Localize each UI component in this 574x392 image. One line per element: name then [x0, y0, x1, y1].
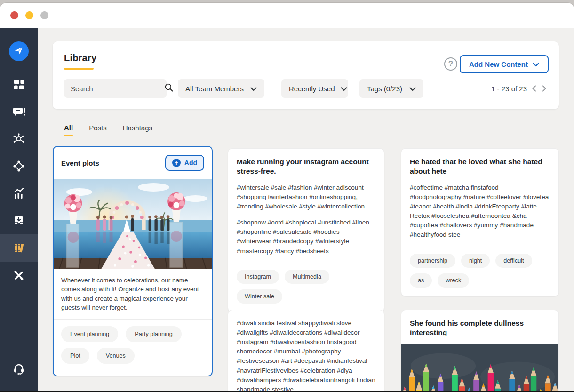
divider [228, 263, 384, 263]
bar-chart-trend-icon [12, 187, 25, 200]
sidebar-item-tools[interactable] [0, 262, 38, 289]
tools-icon [12, 269, 25, 282]
tag-list: partnership night defficult as wreck [410, 254, 550, 288]
search-input[interactable] [71, 85, 164, 93]
card-he-hated[interactable]: He hated that he loved what she hated ab… [401, 148, 559, 296]
add-new-content-label: Add New Content [469, 60, 528, 68]
tag-chip[interactable]: defficult [495, 254, 532, 268]
sidebar-item-analytics[interactable] [0, 180, 38, 207]
diamond-nodes-icon [12, 160, 25, 173]
sidebar-item-support[interactable] [0, 355, 38, 382]
hashtag-paragraph: #shopnow #ootd #shoplocal #unstitched #l… [237, 218, 375, 256]
tags-dropdown-label: Tags (0/23) [367, 85, 404, 93]
tag-list: Instagram Multimedia Winter sale [237, 270, 375, 304]
pencils-image [401, 344, 558, 391]
card-instagram-stress-free[interactable]: Make running your Instagram account stre… [228, 148, 384, 312]
library-books-icon [12, 241, 26, 255]
tag-chip[interactable]: wreck [438, 273, 469, 288]
traffic-lights [10, 11, 48, 19]
plus-icon: + [172, 159, 181, 167]
tag-chip[interactable]: Event planning [61, 326, 118, 342]
tag-chip[interactable]: Plot [61, 348, 89, 364]
library-header-panel: Library ? Add New Content [53, 41, 559, 109]
hashtag-paragraph: #diwali sindia festival shappydiwali slo… [237, 319, 375, 391]
card-diwali-hashtags[interactable]: #diwali sindia festival shappydiwali slo… [228, 310, 384, 391]
window-frame: Library ? Add New Content [0, 3, 574, 392]
chevron-down-icon [341, 85, 347, 93]
search-icon[interactable] [164, 83, 174, 94]
chevron-down-icon [250, 85, 257, 93]
card-description: Whenever it comes to celebrations, our n… [54, 269, 212, 318]
search-field[interactable] [64, 79, 167, 98]
library-tabs: All Posts Hashtags [64, 124, 152, 136]
card-title: He hated that he loved what she hated ab… [410, 157, 550, 176]
tag-chip[interactable]: Venues [97, 348, 135, 364]
chevron-down-icon [409, 85, 416, 93]
tag-chip[interactable]: Winter sale [237, 289, 282, 304]
add-new-content-button[interactable]: Add New Content [460, 55, 549, 73]
card-title: Make running your Instagram account stre… [237, 157, 375, 176]
hashtag-paragraph: #wintersale #sale #fashion #winter adisc… [237, 183, 375, 211]
title-underline [64, 68, 94, 70]
pagination-next-button[interactable] [541, 84, 548, 93]
close-window-button[interactable] [10, 11, 18, 19]
card-dullness[interactable]: She found his complete dullness interest… [401, 310, 559, 391]
card-event-plots[interactable]: Event plots + Add [53, 146, 213, 376]
pagination-prev-button[interactable] [531, 84, 537, 93]
sidebar-item-dashboard[interactable] [0, 71, 38, 98]
sidebar-item-inbox[interactable] [0, 207, 38, 234]
sort-dropdown-label: Recently Used [289, 85, 335, 93]
help-icon[interactable]: ? [444, 57, 457, 71]
minimize-window-button[interactable] [25, 11, 33, 19]
divider [401, 247, 558, 247]
headset-icon [12, 361, 26, 376]
app-window: Library ? Add New Content [0, 0, 574, 392]
tab-posts[interactable]: Posts [89, 124, 107, 136]
tag-chip[interactable]: Party planning [126, 326, 182, 342]
inbox-download-icon [12, 214, 25, 227]
hashtag-paragraph: #coffeetime #matcha finstafood #foodphot… [410, 183, 550, 240]
sort-dropdown[interactable]: Recently Used [281, 79, 348, 98]
library-page: Library ? Add New Content [38, 28, 574, 391]
card-title: She found his complete dullness interest… [410, 319, 550, 338]
pagination: 1 - 23 of 23 [491, 84, 548, 93]
dashboard-grid-icon [13, 78, 25, 91]
network-nodes-icon [12, 132, 25, 145]
chevron-down-icon [533, 60, 539, 68]
app-logo[interactable] [9, 41, 29, 61]
comment-exclamation-icon [12, 105, 25, 118]
add-to-post-button[interactable]: + Add [165, 155, 204, 171]
sidebar-item-library[interactable] [0, 234, 38, 262]
pagination-label: 1 - 23 of 23 [491, 85, 527, 93]
sidebar-item-plan[interactable] [0, 152, 38, 180]
sidebar-item-network[interactable] [0, 125, 38, 152]
tag-chip[interactable]: partnership [410, 254, 455, 268]
tab-all[interactable]: All [64, 124, 73, 136]
sidebar [0, 28, 38, 391]
tab-hashtags[interactable]: Hashtags [123, 124, 152, 136]
card-title: Event plots [61, 159, 99, 167]
beach-wedding-image [54, 179, 212, 269]
team-members-dropdown-label: All Team Members [185, 85, 245, 93]
tag-chip[interactable]: as [410, 273, 432, 288]
paper-plane-icon [14, 45, 24, 57]
tag-chip[interactable]: Multimedia [285, 270, 329, 284]
tag-chip[interactable]: night [461, 254, 490, 268]
tags-dropdown[interactable]: Tags (0/23) [359, 79, 423, 98]
tag-chip[interactable]: Instagram [237, 270, 279, 284]
page-title: Library [64, 53, 96, 64]
tag-list: Event planning Party planning Plot Venue… [54, 320, 212, 370]
sidebar-item-engage[interactable] [0, 98, 38, 125]
window-titlebar [0, 3, 574, 28]
add-button-label: Add [184, 159, 197, 167]
maximize-window-button[interactable] [40, 11, 48, 19]
team-members-dropdown[interactable]: All Team Members [178, 79, 264, 98]
